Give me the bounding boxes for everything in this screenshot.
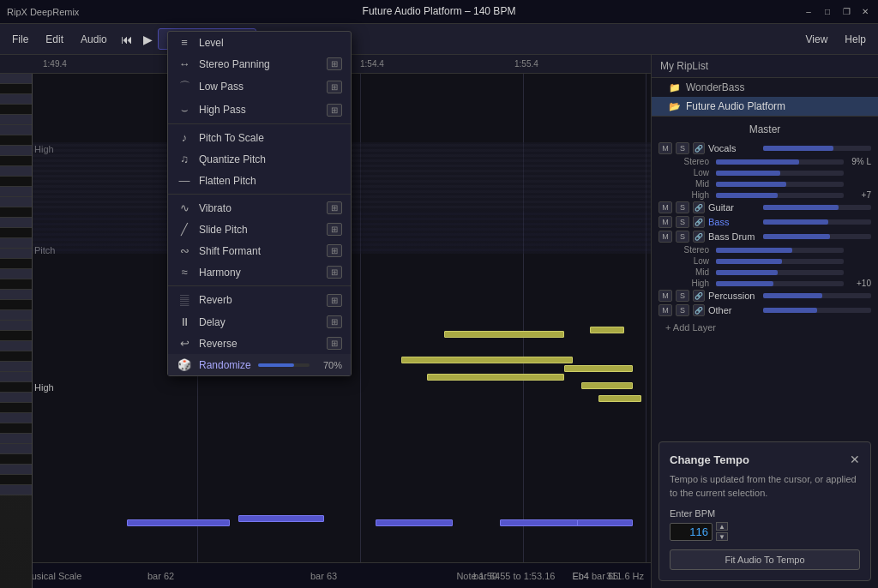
note-block[interactable] bbox=[577, 519, 633, 526]
transport-play[interactable]: ▶ bbox=[138, 31, 158, 48]
vocals-mid-fader[interactable] bbox=[716, 182, 844, 187]
restore-button[interactable]: ❐ bbox=[840, 6, 852, 18]
piano-key[interactable] bbox=[0, 249, 32, 259]
dd-stereo-panning[interactable]: ↔ Stereo Panning ⊞ bbox=[168, 53, 351, 75]
piano-key[interactable] bbox=[0, 238, 32, 249]
link-bass[interactable]: 🔗 bbox=[693, 216, 705, 228]
dd-reverb[interactable]: 𝄛 Reverb ⊞ bbox=[168, 289, 351, 311]
solo-vocals[interactable]: S bbox=[676, 142, 689, 154]
piano-key[interactable] bbox=[0, 166, 32, 177]
dd-pitch-to-scale[interactable]: ♪ Pitch To Scale bbox=[168, 127, 351, 148]
menu-file[interactable]: File bbox=[3, 30, 37, 49]
close-button[interactable]: ✕ bbox=[859, 6, 871, 18]
minimize-button[interactable]: – bbox=[803, 6, 815, 18]
mute-bass[interactable]: M bbox=[658, 216, 672, 228]
link-bass-drum[interactable]: 🔗 bbox=[693, 231, 705, 243]
note-block[interactable] bbox=[238, 515, 324, 522]
note-block[interactable] bbox=[500, 519, 586, 526]
piano-key[interactable] bbox=[0, 423, 32, 434]
dd-vibrato[interactable]: ∿ Vibrato ⊞ bbox=[168, 197, 351, 219]
dd-high-pass[interactable]: ⌣ High Pass ⊞ bbox=[168, 99, 351, 121]
piano-key[interactable] bbox=[0, 156, 32, 166]
bass-drum-fader[interactable] bbox=[763, 234, 871, 239]
vocals-stereo-fader[interactable] bbox=[716, 159, 844, 165]
piano-key[interactable] bbox=[0, 372, 32, 382]
menu-help[interactable]: Help bbox=[836, 30, 875, 49]
piano-key[interactable] bbox=[0, 218, 32, 228]
piano-key[interactable] bbox=[0, 485, 32, 495]
mute-vocals[interactable]: M bbox=[658, 142, 672, 154]
piano-key[interactable] bbox=[0, 290, 32, 300]
piano-key[interactable] bbox=[0, 444, 32, 454]
note-block[interactable] bbox=[127, 519, 230, 526]
note-block[interactable] bbox=[444, 331, 564, 338]
piano-key[interactable] bbox=[0, 393, 32, 403]
solo-guitar[interactable]: S bbox=[676, 201, 689, 213]
piano-key[interactable] bbox=[0, 382, 32, 393]
solo-other[interactable]: S bbox=[676, 304, 689, 316]
randomize-slider[interactable] bbox=[258, 363, 310, 367]
vocals-fader[interactable] bbox=[763, 146, 871, 151]
piano-key[interactable] bbox=[0, 331, 32, 341]
bd-low-fader[interactable] bbox=[716, 259, 844, 264]
note-block[interactable] bbox=[376, 519, 453, 526]
piano-key[interactable] bbox=[0, 177, 32, 187]
piano-key[interactable] bbox=[0, 84, 32, 94]
piano-key[interactable] bbox=[0, 434, 32, 444]
dd-reverse[interactable]: ↩ Reverse ⊞ bbox=[168, 333, 351, 354]
mute-bass-drum[interactable]: M bbox=[658, 231, 672, 243]
dd-randomize-row[interactable]: 🎲 Randomize 70% bbox=[168, 354, 351, 375]
vocals-low-fader[interactable] bbox=[716, 171, 844, 176]
dd-shift-formant[interactable]: ∾ Shift Formant ⊞ bbox=[168, 240, 351, 261]
tempo-close-button[interactable]: ✕ bbox=[850, 453, 860, 466]
piano-key[interactable] bbox=[0, 146, 32, 156]
piano-key[interactable] bbox=[0, 413, 32, 423]
solo-percussion[interactable]: S bbox=[676, 290, 689, 302]
piano-key[interactable] bbox=[0, 259, 32, 269]
piano-key[interactable] bbox=[0, 475, 32, 485]
piano-key[interactable] bbox=[0, 269, 32, 279]
note-block[interactable] bbox=[564, 365, 633, 372]
piano-key[interactable] bbox=[0, 454, 32, 465]
menu-edit[interactable]: Edit bbox=[37, 30, 72, 49]
note-block[interactable] bbox=[401, 357, 573, 363]
mute-guitar[interactable]: M bbox=[658, 201, 672, 213]
bpm-increment[interactable]: ▲ bbox=[716, 522, 728, 531]
note-block[interactable] bbox=[590, 327, 624, 333]
bd-high-fader[interactable] bbox=[716, 281, 844, 286]
piano-key[interactable] bbox=[0, 300, 32, 310]
piano-key[interactable] bbox=[0, 310, 32, 321]
piano-key[interactable] bbox=[0, 74, 32, 84]
riplist-item-wonderbass[interactable]: 📁 WonderBass bbox=[652, 78, 878, 97]
piano-key[interactable] bbox=[0, 187, 32, 197]
piano-key[interactable] bbox=[0, 321, 32, 331]
dd-delay[interactable]: ⏸ Delay ⊞ bbox=[168, 311, 351, 333]
bpm-decrement[interactable]: ▼ bbox=[716, 532, 728, 541]
piano-key[interactable] bbox=[0, 105, 32, 115]
piano-key[interactable] bbox=[0, 341, 32, 351]
vocals-high-fader[interactable] bbox=[716, 193, 844, 198]
menu-view[interactable]: View bbox=[797, 30, 837, 49]
bpm-input[interactable]: 116 bbox=[670, 523, 713, 541]
dd-quantize-pitch[interactable]: ♫ Quantize Pitch bbox=[168, 148, 351, 170]
piano-key[interactable] bbox=[0, 207, 32, 218]
percussion-fader[interactable] bbox=[763, 293, 871, 298]
note-block[interactable] bbox=[581, 382, 633, 389]
piano-key[interactable] bbox=[0, 135, 32, 146]
other-fader[interactable] bbox=[763, 308, 871, 313]
piano-key[interactable] bbox=[0, 115, 32, 125]
menu-audio[interactable]: Audio bbox=[72, 30, 116, 49]
piano-key[interactable] bbox=[0, 228, 32, 238]
piano-key[interactable] bbox=[0, 94, 32, 105]
note-block[interactable] bbox=[427, 374, 564, 381]
piano-key[interactable] bbox=[0, 465, 32, 475]
bd-mid-fader[interactable] bbox=[716, 270, 844, 275]
piano-key[interactable] bbox=[0, 197, 32, 207]
mute-percussion[interactable]: M bbox=[658, 290, 672, 302]
dd-flatten-pitch[interactable]: — Flatten Pitch bbox=[168, 170, 351, 191]
bd-stereo-fader[interactable] bbox=[716, 248, 844, 253]
piano-key[interactable] bbox=[0, 403, 32, 413]
link-vocals[interactable]: 🔗 bbox=[693, 142, 705, 154]
dd-level[interactable]: ≡ Level bbox=[168, 32, 351, 53]
bass-fader[interactable] bbox=[763, 219, 871, 225]
